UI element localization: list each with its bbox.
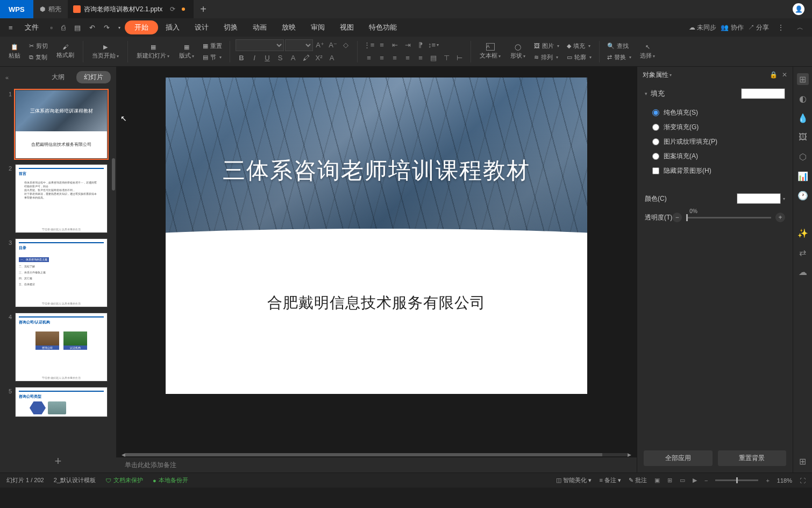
decrease-font-icon[interactable]: A⁻ [327, 39, 339, 51]
zoom-slider[interactable] [715, 479, 758, 481]
protection-status[interactable]: 🛡 文档未保护 [105, 476, 143, 484]
collapse-section-icon[interactable]: ▾ [645, 91, 647, 96]
undo-icon[interactable]: ↶ [85, 22, 99, 34]
align-top-button[interactable]: ⊤ [440, 52, 452, 64]
shape-button[interactable]: ◯ 形状▾ [507, 43, 529, 61]
qat-dropdown-icon[interactable]: ▾ [114, 23, 125, 32]
menu-review[interactable]: 审阅 [303, 20, 332, 34]
menu-design[interactable]: 设计 [187, 20, 216, 34]
decrease-transparency-button[interactable]: − [672, 213, 682, 222]
share-button[interactable]: ↗ 分享 [748, 23, 769, 32]
notes-toggle-button[interactable]: ≡ 备注 ▾ [599, 476, 621, 484]
gradient-fill-radio[interactable]: 渐变填充(G) [645, 120, 785, 135]
texture-fill-radio[interactable]: 图片或纹理填充(P) [645, 135, 785, 149]
lock-icon[interactable]: 🔒 [770, 71, 778, 79]
menu-transition[interactable]: 切换 [216, 20, 245, 34]
font-size-select[interactable] [285, 39, 313, 51]
fill-color-swatch[interactable] [741, 88, 785, 99]
tab-template-store[interactable]: ⬢ 稻壳 [33, 0, 68, 18]
section-button[interactable]: ▤节▾ [201, 52, 224, 62]
outline-button[interactable]: ▭轮廓▾ [565, 52, 594, 62]
numbering-button[interactable]: ≡ [376, 39, 388, 51]
slides-tab[interactable]: 幻灯片 [76, 71, 111, 83]
notes-area[interactable]: 单击此处添加备注 [116, 457, 637, 472]
from-current-button[interactable]: ▶ 当页开始▾ [89, 43, 122, 61]
tab-refresh-icon[interactable]: ⟳ [170, 5, 175, 13]
outline-tab[interactable]: 大纲 [44, 71, 72, 83]
align-center-button[interactable]: ≡ [376, 52, 388, 64]
new-tab-button[interactable]: + [194, 3, 213, 16]
wps-logo[interactable]: WPS [0, 0, 33, 18]
fill-button[interactable]: ◆填充▾ [565, 41, 594, 51]
cloud-strip-icon[interactable]: ☁ [797, 266, 809, 278]
shape-strip-icon[interactable]: ◐ [797, 93, 809, 104]
line-spacing-button[interactable]: ↕≡▾ [428, 39, 439, 51]
format-painter-button[interactable]: 🖌 格式刷 [53, 43, 77, 60]
collapse-ribbon-icon[interactable]: ︿ [793, 21, 808, 34]
columns-button[interactable]: ▤ [428, 52, 439, 64]
solid-fill-radio[interactable]: 纯色填充(S) [645, 105, 785, 120]
menu-start[interactable]: 开始 [125, 20, 158, 34]
align-middle-button[interactable]: ⊢ [453, 52, 465, 64]
pattern-fill-radio[interactable]: 图案填充(A) [645, 149, 785, 164]
exchange-strip-icon[interactable]: ⇄ [797, 246, 809, 258]
print-icon[interactable]: ⎙ [57, 22, 70, 34]
hamburger-icon[interactable]: ≡ [4, 22, 17, 34]
chart-strip-icon[interactable]: 📊 [797, 170, 809, 182]
close-panel-icon[interactable]: ✕ [782, 71, 787, 79]
thumbnail-1[interactable]: 1 三体系咨询老师培训课程教材 合肥戴明信息技术服务有限公司 [4, 90, 112, 159]
select-button[interactable]: ↖ 选择▾ [637, 43, 658, 61]
bullets-button[interactable]: ⋮≡ [363, 39, 375, 51]
cut-button[interactable]: ✂剪切 [27, 41, 50, 51]
backup-status[interactable]: ● 本地备份开 [153, 476, 188, 484]
history-strip-icon[interactable]: 🕐 [797, 189, 809, 201]
layout-button[interactable]: ▦ 版式▾ [176, 43, 197, 61]
redo-icon[interactable]: ↷ [99, 22, 114, 34]
cube-strip-icon[interactable]: ⬡ [797, 151, 809, 163]
normal-view-icon[interactable]: ▣ [654, 477, 660, 484]
font-color-button[interactable]: A [287, 52, 299, 64]
find-button[interactable]: 🔍查找 [605, 41, 633, 51]
slide-canvas[interactable]: 三体系咨询老师培训课程教材 合肥戴明信息技术服务有限公司 [166, 77, 587, 394]
color-picker[interactable] [737, 193, 781, 204]
menu-animation[interactable]: 动画 [245, 20, 274, 34]
menu-file[interactable]: 文件 [17, 20, 46, 34]
replace-button[interactable]: ⇄替换▾ [605, 52, 633, 62]
comments-button[interactable]: ✎ 批注 [629, 476, 647, 484]
slideshow-view-icon[interactable]: ▶ [693, 477, 697, 484]
clear-format-icon[interactable]: ◇ [340, 39, 352, 51]
reset-background-button[interactable]: 重置背景 [718, 450, 787, 466]
new-slide-button[interactable]: ▦ 新建幻灯片▾ [133, 43, 173, 61]
collab-button[interactable]: 👥 协作 [721, 23, 743, 32]
zoom-out-button[interactable]: − [704, 477, 708, 484]
text-direction-button[interactable]: ⁋ [415, 39, 426, 51]
horizontal-scrollbar[interactable]: ◀ ▶ [122, 452, 631, 457]
underline-button[interactable]: U [261, 52, 273, 64]
increase-font-icon[interactable]: A⁺ [314, 39, 326, 51]
align-justify-button[interactable]: ≡ [402, 52, 414, 64]
italic-button[interactable]: I [248, 52, 260, 64]
menu-features[interactable]: 特色功能 [361, 20, 404, 34]
menu-slideshow[interactable]: 放映 [274, 20, 303, 34]
sorter-view-icon[interactable]: ⊞ [667, 477, 672, 484]
drop-strip-icon[interactable]: 💧 [797, 112, 809, 124]
thumbnail-5[interactable]: 5 咨询公司类型 [4, 387, 112, 417]
increase-transparency-button[interactable]: + [775, 213, 785, 222]
align-left-button[interactable]: ≡ [363, 52, 375, 64]
font-family-select[interactable] [236, 39, 284, 51]
apps-strip-icon[interactable]: ⊞ [797, 455, 809, 467]
add-slide-button[interactable]: + [0, 450, 116, 472]
reading-view-icon[interactable]: ▭ [680, 477, 685, 484]
strikethrough-button[interactable]: S [274, 52, 286, 64]
align-right-button[interactable]: ≡ [389, 52, 401, 64]
reset-button[interactable]: ▦重置 [201, 41, 224, 51]
tab-current-file[interactable]: 咨询老师培训教材V2.1.pptx ⟳ [68, 0, 194, 18]
align-distribute-button[interactable]: ≡ [415, 52, 426, 64]
bold-button[interactable]: B [236, 52, 247, 64]
menu-view[interactable]: 视图 [332, 20, 361, 34]
sync-button[interactable]: ☁ 未同步 [689, 23, 716, 32]
picture-button[interactable]: 🖼图片▾ [532, 41, 561, 51]
collapse-panel-icon[interactable]: « [5, 74, 9, 81]
effects-strip-icon[interactable]: ✨ [797, 227, 809, 239]
textbox-button[interactable]: A 文本框▾ [476, 42, 504, 61]
